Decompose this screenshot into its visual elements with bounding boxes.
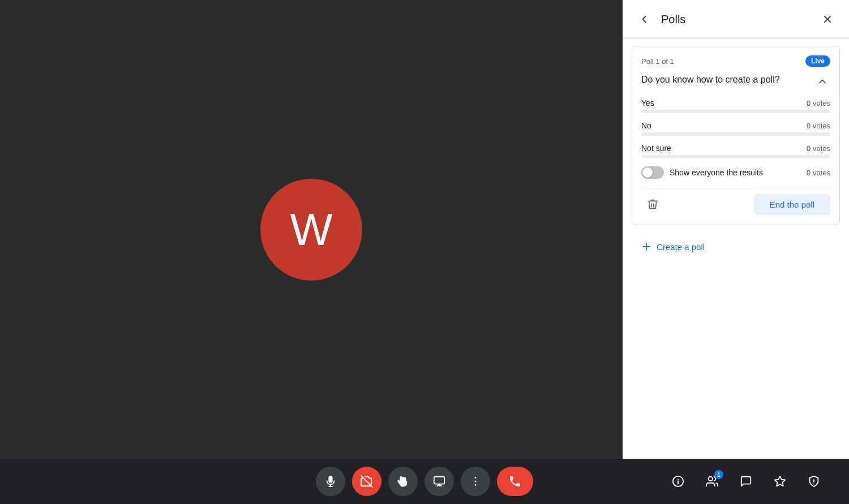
poll-option-not-sure-bar [641, 155, 830, 158]
collapse-poll-button[interactable] [814, 74, 830, 89]
poll-card: Poll 1 of 1 Live Do you know how to crea… [632, 46, 840, 225]
poll-option-yes-label: Yes [641, 98, 654, 107]
svg-point-14 [709, 477, 713, 481]
poll-option-yes: Yes 0 votes [641, 98, 830, 113]
end-poll-button[interactable]: End the poll [754, 194, 830, 215]
mic-button[interactable] [316, 467, 345, 496]
avatar: W [260, 179, 362, 281]
avatar-letter: W [290, 207, 333, 252]
poll-option-yes-bar [641, 110, 830, 113]
poll-option-no-votes: 0 votes [807, 122, 830, 130]
polls-content: Poll 1 of 1 Live Do you know how to crea… [623, 39, 849, 459]
total-votes: 0 votes [807, 169, 830, 177]
create-poll-button[interactable]: Create a poll [632, 234, 840, 259]
toolbar-right: 1 [666, 469, 826, 494]
info-button[interactable] [666, 469, 691, 494]
activities-button[interactable] [767, 469, 792, 494]
more-options-button[interactable] [461, 467, 490, 496]
svg-rect-7 [434, 477, 444, 484]
hand-raise-button[interactable] [388, 467, 418, 496]
poll-option-no: No 0 votes [641, 121, 830, 136]
shield-button[interactable] [801, 469, 826, 494]
poll-question: Do you know how to create a poll? [641, 74, 814, 86]
show-results-row: Show everyone the results 0 votes [641, 166, 830, 179]
toggle-knob [642, 167, 653, 178]
poll-option-no-label: No [641, 121, 651, 130]
people-button[interactable]: 1 [700, 469, 724, 494]
show-results-label: Show everyone the results [670, 168, 763, 177]
poll-option-no-row: No 0 votes [641, 121, 830, 130]
poll-count: Poll 1 of 1 [641, 57, 674, 66]
poll-actions: End the poll [641, 188, 830, 216]
polls-panel: Polls Poll 1 of 1 Live Do you know how t… [623, 0, 849, 459]
poll-option-not-sure-label: Not sure [641, 144, 671, 153]
polls-header: Polls [623, 0, 849, 39]
svg-line-6 [361, 476, 372, 487]
svg-marker-15 [775, 476, 785, 486]
polls-title: Polls [661, 13, 811, 26]
svg-point-9 [475, 477, 477, 479]
plus-icon [641, 241, 652, 252]
people-badge: 1 [714, 470, 723, 479]
polls-close-button[interactable] [817, 9, 838, 29]
poll-option-yes-row: Yes 0 votes [641, 98, 830, 107]
present-button[interactable] [424, 467, 454, 496]
poll-option-yes-votes: 0 votes [807, 99, 830, 107]
poll-option-no-bar [641, 132, 830, 136]
show-results-left: Show everyone the results [641, 166, 763, 179]
main-area: W Polls Poll 1 of 1 Liv [0, 0, 849, 459]
poll-card-header: Poll 1 of 1 Live [641, 55, 830, 67]
svg-point-11 [475, 484, 477, 486]
bottom-toolbar: 1 [0, 459, 849, 504]
svg-point-10 [475, 481, 477, 483]
create-poll-label: Create a poll [657, 242, 705, 252]
show-results-toggle[interactable] [641, 166, 664, 179]
camera-button[interactable] [352, 467, 381, 496]
poll-option-not-sure-votes: 0 votes [807, 144, 830, 153]
video-area: W [0, 0, 623, 459]
delete-poll-button[interactable] [641, 193, 664, 216]
live-badge: Live [805, 55, 830, 67]
toolbar-center [316, 467, 533, 496]
poll-question-row: Do you know how to create a poll? [641, 74, 830, 89]
poll-option-not-sure-row: Not sure 0 votes [641, 144, 830, 153]
polls-back-button[interactable] [634, 9, 654, 29]
end-call-button[interactable] [497, 467, 533, 496]
poll-option-not-sure: Not sure 0 votes [641, 144, 830, 158]
chat-button[interactable] [734, 469, 758, 494]
